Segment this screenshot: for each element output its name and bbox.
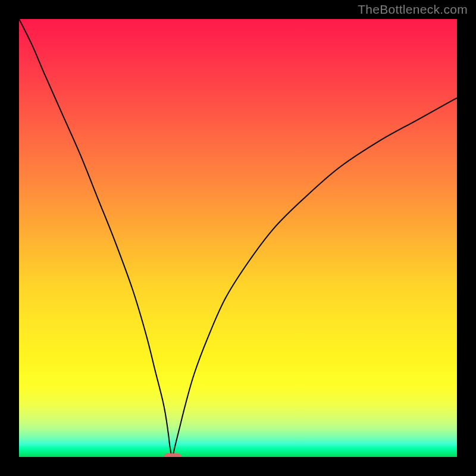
optimum-marker — [164, 453, 181, 458]
watermark-text: TheBottleneck.com — [358, 2, 468, 17]
chart-frame: TheBottleneck.com — [0, 0, 476, 476]
bottleneck-curve — [19, 19, 457, 457]
plot-area — [19, 19, 457, 457]
bottleneck-curve-path — [19, 19, 457, 457]
